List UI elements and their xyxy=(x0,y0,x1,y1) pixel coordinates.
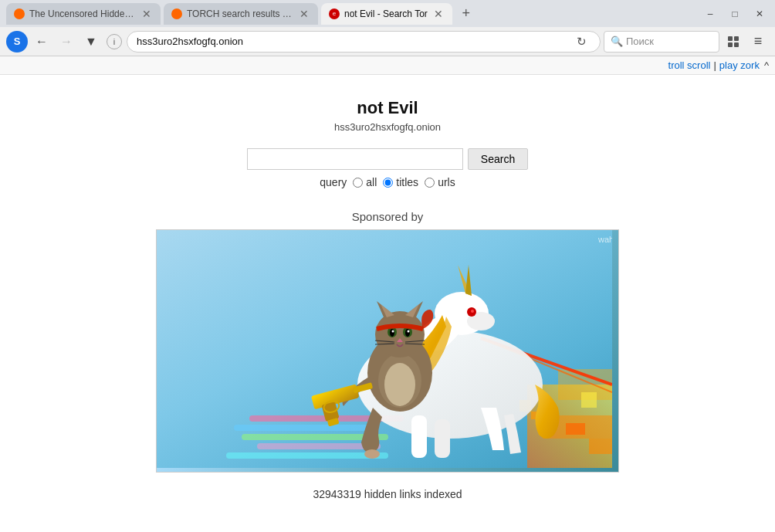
all-option[interactable]: all xyxy=(353,176,377,188)
info-button[interactable]: i xyxy=(107,34,122,49)
search-button[interactable]: Search xyxy=(468,148,528,170)
titles-label: titles xyxy=(396,176,418,188)
urls-radio[interactable] xyxy=(425,178,435,188)
all-radio[interactable] xyxy=(353,178,363,188)
play-zork-link[interactable]: play zork xyxy=(719,59,760,71)
menu-button[interactable]: ≡ xyxy=(747,31,769,53)
tab-notevil[interactable]: e not Evil - Search Tor ✕ xyxy=(321,3,452,25)
tab-torch[interactable]: TORCH search results for: ... ✕ xyxy=(164,3,318,25)
svg-rect-2 xyxy=(728,42,733,47)
site-url: hss3uro2hsxfogfq.onion xyxy=(334,121,441,133)
options-button[interactable]: ▼ xyxy=(80,31,102,53)
all-label: all xyxy=(366,176,377,188)
window-controls: – □ ✕ xyxy=(701,5,769,23)
svg-point-31 xyxy=(384,363,415,406)
svg-rect-1 xyxy=(734,36,739,41)
tab-notevil-label: not Evil - Search Tor xyxy=(344,8,428,19)
svg-text:wah: wah xyxy=(597,235,612,244)
scroll-indicator: ^ xyxy=(764,59,769,71)
search-placeholder: Поиск xyxy=(626,36,654,47)
tab-uncensored[interactable]: The Uncensored Hidden ... ✕ xyxy=(6,3,161,25)
site-title: not Evil xyxy=(357,98,418,118)
favicon-torch xyxy=(171,8,182,19)
back-button[interactable]: ← xyxy=(31,31,52,53)
svg-rect-16 xyxy=(234,425,373,431)
svg-point-53 xyxy=(364,449,380,459)
tab-notevil-close[interactable]: ✕ xyxy=(432,8,445,20)
svg-point-39 xyxy=(390,329,394,337)
utility-bar: troll scroll | play zork ^ xyxy=(0,56,775,75)
nav-bar: S ← → ▼ i hss3uro2hsxfogfq.onion ↻ 🔍 Пои… xyxy=(0,27,775,56)
svg-rect-11 xyxy=(566,423,585,435)
svg-point-26 xyxy=(471,310,474,313)
svg-point-41 xyxy=(392,330,394,333)
svg-point-32 xyxy=(375,311,425,357)
search-bar[interactable]: 🔍 Поиск xyxy=(604,31,719,53)
urls-label: urls xyxy=(438,176,455,188)
browser-frame: The Uncensored Hidden ... ✕ TORCH search… xyxy=(0,0,775,532)
footer-count: 32943319 hidden links indexed xyxy=(313,488,462,516)
forward-button[interactable]: → xyxy=(56,31,77,53)
svg-rect-12 xyxy=(589,439,612,454)
profile-button[interactable]: S xyxy=(6,31,28,53)
search-row: Search xyxy=(247,148,528,170)
svg-rect-3 xyxy=(734,42,739,47)
close-button[interactable]: ✕ xyxy=(750,5,769,23)
svg-rect-0 xyxy=(728,36,733,41)
page-content: not Evil hss3uro2hsxfogfq.onion Search q… xyxy=(0,75,775,532)
svg-rect-28 xyxy=(435,419,450,458)
minimize-button[interactable]: – xyxy=(701,5,719,23)
new-tab-button[interactable]: + xyxy=(455,3,477,25)
reload-button[interactable]: ↻ xyxy=(572,32,591,51)
tab-uncensored-close[interactable]: ✕ xyxy=(140,8,153,20)
sponsored-label: Sponsored by xyxy=(352,210,424,223)
tab-torch-label: TORCH search results for: ... xyxy=(187,8,293,19)
svg-rect-10 xyxy=(581,392,597,408)
titles-radio[interactable] xyxy=(383,178,393,188)
tab-uncensored-label: The Uncensored Hidden ... xyxy=(29,8,136,19)
search-form: Search query all titles urls xyxy=(247,148,528,188)
troll-scroll-link[interactable]: troll scroll xyxy=(668,59,711,71)
title-bar: The Uncensored Hidden ... ✕ TORCH search… xyxy=(0,0,775,27)
search-options-row: query all titles urls xyxy=(320,176,455,188)
search-input[interactable] xyxy=(247,148,463,170)
query-label: query xyxy=(320,176,347,188)
titles-option[interactable]: titles xyxy=(383,176,418,188)
address-bar[interactable]: hss3uro2hsxfogfq.onion ↻ xyxy=(127,31,601,53)
search-icon: 🔍 xyxy=(611,36,623,47)
maximize-button[interactable]: □ xyxy=(726,5,744,23)
svg-rect-19 xyxy=(226,452,388,459)
utility-separator: | xyxy=(713,59,716,71)
svg-point-42 xyxy=(408,330,410,333)
urls-option[interactable]: urls xyxy=(425,176,455,188)
svg-point-40 xyxy=(405,329,410,337)
address-text: hss3uro2hsxfogfq.onion xyxy=(137,36,572,47)
extensions-button[interactable] xyxy=(723,31,744,53)
sponsored-image: wah xyxy=(156,229,619,473)
tab-torch-close[interactable]: ✕ xyxy=(298,8,310,20)
svg-rect-27 xyxy=(411,415,427,458)
favicon-uncensored xyxy=(14,8,25,19)
favicon-notevil: e xyxy=(329,8,340,19)
